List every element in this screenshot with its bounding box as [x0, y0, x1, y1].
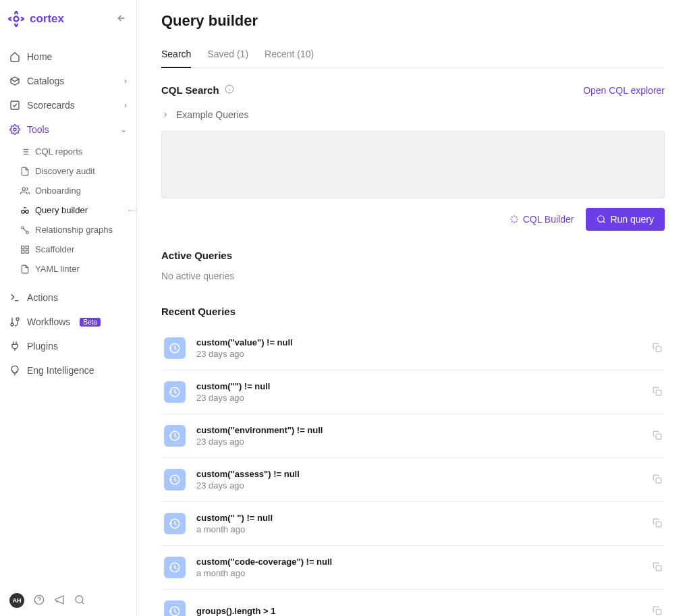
nav-label: Actions — [27, 292, 58, 303]
query-info: custom("code-coverage") != nulla month a… — [196, 557, 642, 578]
sub-label: Query builder — [35, 205, 88, 215]
svg-rect-35 — [656, 522, 661, 527]
info-icon[interactable] — [225, 84, 234, 96]
svg-rect-20 — [22, 250, 24, 253]
home-icon — [9, 51, 20, 62]
svg-rect-31 — [656, 346, 661, 352]
copy-icon[interactable] — [653, 606, 662, 617]
chevron-down-icon: ⌄ — [120, 125, 127, 134]
svg-point-9 — [22, 187, 26, 190]
copy-icon[interactable] — [653, 430, 662, 442]
file-icon — [20, 264, 30, 274]
chevron-right-icon: › — [124, 101, 127, 110]
svg-rect-32 — [656, 390, 661, 395]
nav-label: Plugins — [27, 341, 58, 352]
copy-icon[interactable] — [653, 518, 662, 530]
svg-point-10 — [22, 210, 25, 213]
nav-label: Catalogs — [27, 76, 64, 86]
recent-query-row[interactable]: groups().length > 1 — [161, 590, 665, 616]
history-icon — [164, 337, 186, 359]
recent-query-row[interactable]: custom("value") != null23 days ago — [161, 327, 665, 370]
query-text: custom("assess") != null — [196, 469, 642, 479]
query-info: custom("assess") != null23 days ago — [196, 469, 642, 491]
query-time: 23 days ago — [196, 349, 642, 359]
user-avatar[interactable]: AH — [9, 593, 24, 608]
nav-home[interactable]: Home — [0, 45, 136, 69]
svg-rect-34 — [656, 478, 661, 483]
svg-rect-37 — [656, 609, 661, 615]
copy-icon[interactable] — [653, 343, 662, 354]
nav-label: Eng Intelligence — [27, 365, 94, 376]
sub-relationship-graphs[interactable]: Relationship graphs — [0, 220, 136, 240]
recent-query-row[interactable]: custom("assess") != null23 days ago — [161, 458, 665, 502]
svg-rect-17 — [22, 246, 24, 248]
recent-query-row[interactable]: custom("environment") != null23 days ago — [161, 414, 665, 458]
cql-builder-button[interactable]: CQL Builder — [509, 214, 574, 225]
svg-rect-36 — [656, 565, 661, 571]
nav-catalogs[interactable]: Catalogs › — [0, 69, 136, 93]
file-icon — [20, 167, 30, 176]
svg-line-25 — [82, 602, 84, 604]
sub-discovery-audit[interactable]: Discovery audit — [0, 161, 136, 181]
query-info: custom("environment") != null23 days ago — [196, 425, 642, 447]
copy-icon[interactable] — [653, 387, 662, 398]
query-info: custom("value") != null23 days ago — [196, 337, 642, 359]
query-text: custom("code-coverage") != null — [196, 557, 642, 567]
sub-yaml-linter[interactable]: YAML linter — [0, 259, 136, 279]
sub-cql-reports[interactable]: CQL reports — [0, 142, 136, 161]
nav-plugins[interactable]: Plugins — [0, 334, 136, 358]
query-text: custom("environment") != null — [196, 425, 642, 435]
query-info: groups().length > 1 — [196, 606, 642, 617]
help-icon[interactable] — [34, 594, 45, 607]
settings-icon — [9, 124, 20, 135]
arrow-annotation-icon — [128, 206, 136, 215]
svg-rect-1 — [11, 101, 19, 109]
logo[interactable]: cortex — [7, 9, 64, 28]
run-query-button[interactable]: Run query — [586, 208, 665, 231]
example-queries-toggle[interactable]: Example Queries — [161, 107, 665, 123]
nav-tools[interactable]: Tools ⌄ — [0, 117, 136, 142]
query-time: a month ago — [196, 524, 642, 534]
nav-actions[interactable]: Actions — [0, 285, 136, 310]
brand-text: cortex — [30, 12, 64, 26]
box-icon — [9, 76, 20, 86]
recent-query-row[interactable]: custom("code-coverage") != nulla month a… — [161, 546, 665, 590]
primary-nav: Home Catalogs › Scorecards › Tools ⌄ C — [0, 38, 136, 585]
svg-rect-18 — [26, 246, 28, 248]
svg-point-29 — [598, 216, 604, 222]
sub-query-builder[interactable]: Query builder — [0, 200, 136, 220]
svg-point-0 — [14, 17, 19, 22]
query-info: custom(" ") != nulla month ago — [196, 513, 642, 534]
query-input[interactable] — [161, 131, 665, 198]
announce-icon[interactable] — [54, 594, 65, 607]
collapse-sidebar-icon[interactable] — [116, 13, 127, 26]
tab-recent[interactable]: Recent (10) — [265, 49, 314, 67]
recent-query-row[interactable]: custom(" ") != nulla month ago — [161, 502, 665, 546]
terminal-icon — [9, 292, 20, 303]
tab-search[interactable]: Search — [161, 49, 191, 67]
copy-icon[interactable] — [653, 474, 662, 486]
sub-onboarding[interactable]: Onboarding — [0, 181, 136, 200]
history-icon — [164, 600, 186, 616]
search-icon[interactable] — [74, 594, 85, 607]
recent-query-list: custom("value") != null23 days agocustom… — [161, 327, 665, 616]
graph-icon — [20, 225, 30, 235]
nav-scorecards[interactable]: Scorecards › — [0, 93, 136, 117]
recent-query-row[interactable]: custom("") != null23 days ago — [161, 370, 665, 414]
nav-eng-intelligence[interactable]: Eng Intelligence — [0, 358, 136, 383]
users-icon — [20, 186, 30, 196]
bulb-icon — [9, 365, 20, 376]
grid-icon — [20, 245, 30, 254]
nav-workflows[interactable]: Workflows Beta — [0, 310, 136, 334]
svg-rect-19 — [26, 250, 28, 253]
check-square-icon — [9, 100, 20, 111]
workflow-icon — [9, 316, 20, 327]
tabs: Search Saved (1) Recent (10) — [161, 49, 665, 68]
open-cql-explorer-link[interactable]: Open CQL explorer — [583, 85, 665, 96]
query-text: groups().length > 1 — [196, 606, 642, 616]
copy-icon[interactable] — [653, 562, 662, 573]
query-text: custom("") != null — [196, 381, 642, 391]
tab-saved[interactable]: Saved (1) — [207, 49, 248, 67]
sub-scaffolder[interactable]: Scaffolder — [0, 240, 136, 259]
sub-label: CQL reports — [35, 146, 82, 157]
